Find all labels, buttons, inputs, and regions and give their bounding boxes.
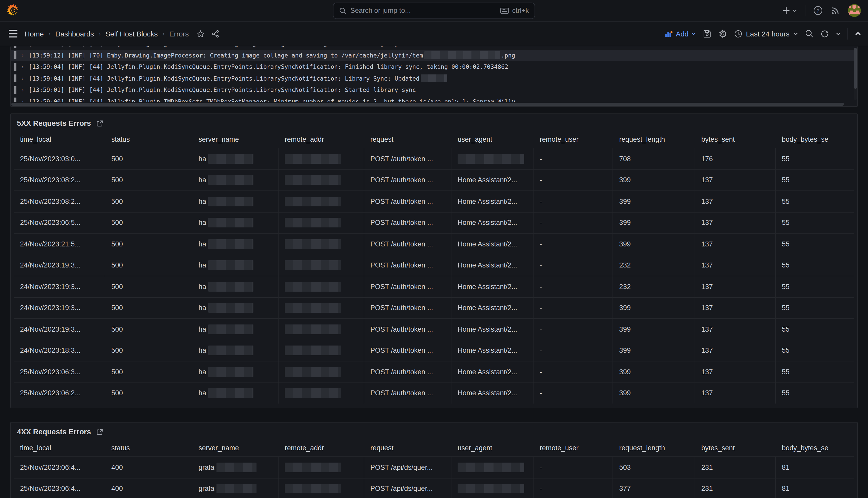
log-row-partial[interactable]: ›[13:59:00] [INF] [44] Jellyfin.Plugin.T… [11, 96, 854, 102]
breadcrumb-errors: Errors [169, 29, 189, 38]
cell-value: - [540, 347, 542, 354]
expand-log-icon[interactable]: › [21, 76, 24, 81]
column-header-remote_addr[interactable]: remote_addr [279, 439, 364, 456]
clock-icon [734, 29, 742, 38]
refresh-icon[interactable] [820, 29, 829, 38]
expand-log-icon[interactable]: › [21, 87, 24, 93]
breadcrumb-separator: › [49, 30, 51, 38]
table-cell-body_bytes_se: 81 [776, 478, 854, 498]
time-range-picker[interactable]: Last 24 hours [734, 29, 798, 38]
column-header-server_name[interactable]: server_name [192, 439, 279, 456]
column-header-request[interactable]: request [364, 439, 451, 456]
breadcrumb-separator: › [98, 30, 101, 38]
column-header-request_length[interactable]: request_length [613, 130, 695, 148]
expand-log-icon[interactable]: › [21, 64, 24, 70]
cell-value: 137 [701, 240, 713, 248]
table-cell-body_bytes_se: 55 [776, 340, 854, 361]
breadcrumb-home[interactable]: Home [25, 29, 44, 38]
table-cell-user_agent [451, 148, 533, 169]
external-link-icon[interactable] [97, 120, 103, 127]
redacted-value [285, 367, 341, 377]
help-button[interactable]: ? [813, 6, 823, 15]
cell-value: 25/Nov/2023:06:2... [20, 390, 81, 397]
log-row[interactable]: ›[13:59:04] [INF] [44] Jellyfin.Plugin.K… [11, 61, 854, 73]
log-row[interactable]: ›[13:59:12] [INF] [70] Emby.Drawing.Imag… [11, 50, 854, 61]
cell-value: 55 [782, 304, 789, 312]
column-header-status[interactable]: status [105, 130, 192, 148]
column-header-time_local[interactable]: time_local [14, 130, 105, 148]
search-input[interactable]: Search or jump to... ctrl+k [333, 2, 535, 19]
table-cell-user_agent: Home Assistant/2... [451, 340, 533, 361]
column-header-body_bytes_se[interactable]: body_bytes_se [776, 130, 854, 148]
external-link-icon[interactable] [97, 429, 103, 435]
table-cell-request_length: 399 [613, 382, 695, 404]
column-header-server_name[interactable]: server_name [192, 130, 279, 148]
column-header-request_length[interactable]: request_length [613, 439, 695, 456]
table-cell-status: 500 [105, 233, 192, 254]
cell-value: 137 [701, 326, 713, 333]
column-header-request[interactable]: request [364, 130, 451, 148]
zoom-out-icon[interactable] [805, 29, 814, 38]
log-message-suffix: .png [501, 52, 515, 59]
mega-menu-toggle[interactable] [7, 28, 19, 40]
expand-log-icon[interactable]: › [21, 53, 24, 58]
new-menu-button[interactable] [782, 6, 797, 15]
table-cell-body_bytes_se: 55 [776, 318, 854, 340]
collapse-toolbar-icon[interactable] [855, 30, 861, 37]
column-header-bytes_sent[interactable]: bytes_sent [695, 130, 776, 148]
column-header-remote_user[interactable]: remote_user [533, 439, 613, 456]
star-icon[interactable] [196, 29, 205, 38]
table-cell-bytes_sent: 137 [695, 340, 776, 361]
table-cell-user_agent: Home Assistant/2... [451, 297, 533, 318]
log-row[interactable]: ›[13:59:01] [INF] [44] Jellyfin.Plugin.K… [11, 84, 854, 96]
table-cell-bytes_sent: 231 [695, 478, 776, 498]
column-header-user_agent[interactable]: user_agent [451, 130, 533, 148]
cell-value: - [540, 176, 542, 184]
column-header-body_bytes_se[interactable]: body_bytes_se [776, 439, 854, 456]
table-cell-remote_user: - [533, 276, 613, 297]
column-header-status[interactable]: status [105, 439, 192, 456]
cell-value: 55 [782, 283, 789, 291]
share-icon[interactable] [211, 29, 220, 38]
table-cell-remote_user: - [533, 191, 613, 212]
refresh-interval-chevron-icon[interactable] [836, 31, 841, 36]
log-level-bar [14, 52, 16, 59]
cell-value: 55 [782, 155, 789, 163]
cell-value: 399 [619, 176, 631, 184]
column-header-remote_user[interactable]: remote_user [533, 130, 613, 148]
table-cell-request_length: 399 [613, 191, 695, 212]
logs-vertical-scrollbar[interactable] [854, 48, 857, 100]
cell-value: - [540, 463, 542, 471]
dashboard-settings-icon[interactable] [718, 29, 728, 38]
news-button[interactable] [830, 6, 840, 15]
table-cell-request_length: 399 [613, 340, 695, 361]
redacted-value [285, 154, 341, 164]
redacted-value [285, 175, 341, 185]
column-header-time_local[interactable]: time_local [14, 439, 105, 456]
table-cell-server_name: ha [192, 191, 279, 212]
log-row-partial[interactable]: ›[13:59:12] [INF] [70] Emby.Drawing.Imag… [11, 46, 854, 50]
table-cell-user_agent: Home Assistant/2... [451, 318, 533, 340]
panel-title[interactable]: 4XX Requests Errors [17, 428, 91, 436]
table-cell-server_name: ha [192, 318, 279, 340]
cell-value: - [540, 155, 542, 163]
breadcrumb-self-host-blocks[interactable]: Self Host Blocks [105, 29, 158, 38]
column-header-bytes_sent[interactable]: bytes_sent [695, 439, 776, 456]
cell-value: Home Assistant/2... [458, 283, 517, 291]
add-panel-button[interactable]: Add [665, 29, 696, 38]
expand-log-icon[interactable]: › [21, 46, 24, 47]
grafana-logo-icon[interactable] [7, 4, 19, 17]
save-dashboard-icon[interactable] [703, 29, 711, 38]
log-row[interactable]: ›[13:59:04] [INF] [44] Jellyfin.Plugin.K… [11, 73, 854, 84]
user-avatar[interactable] [848, 4, 861, 17]
expand-log-icon[interactable]: › [21, 99, 24, 102]
cell-value: 24/Nov/2023:19:3... [20, 262, 81, 269]
column-header-remote_addr[interactable]: remote_addr [279, 130, 364, 148]
panel-title[interactable]: 5XX Requests Errors [17, 119, 91, 127]
redacted-value [285, 218, 341, 228]
table-cell-user_agent: Home Assistant/2... [451, 382, 533, 404]
breadcrumb-dashboards[interactable]: Dashboards [55, 29, 94, 38]
logs-horizontal-scrollbar[interactable] [11, 103, 852, 106]
column-header-user_agent[interactable]: user_agent [451, 439, 533, 456]
table-cell-time_local: 25/Nov/2023:08:2... [14, 169, 105, 191]
